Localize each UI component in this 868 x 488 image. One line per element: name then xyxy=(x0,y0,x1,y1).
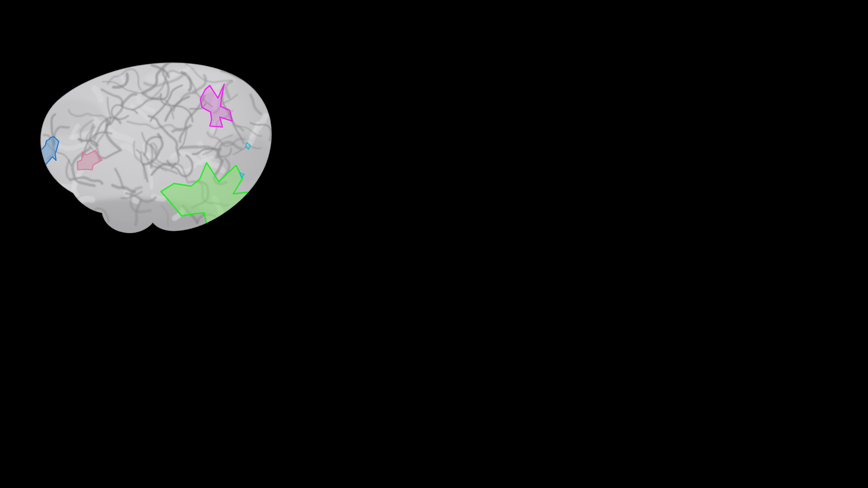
brain-3d-render xyxy=(0,0,320,257)
